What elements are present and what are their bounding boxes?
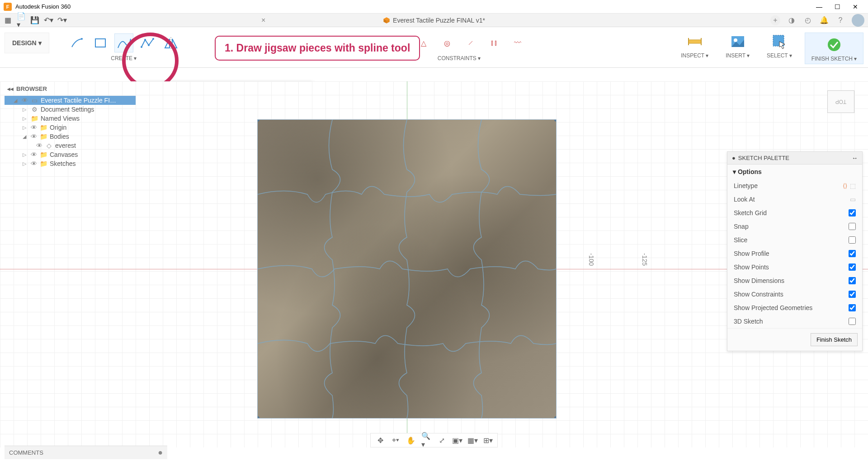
- maximize-button[interactable]: ☐: [828, 0, 846, 14]
- palette-projected: Show Projected Geometries: [727, 301, 862, 315]
- view-cube[interactable]: TOP: [827, 90, 854, 113]
- cube-icon: [383, 17, 390, 24]
- comments-collapse-icon[interactable]: ●: [158, 448, 163, 457]
- save-icon[interactable]: 💾: [31, 16, 39, 24]
- tree-canvases[interactable]: ▷👁📁Canvases: [5, 150, 136, 159]
- svg-rect-4: [95, 39, 105, 47]
- display-icon[interactable]: ▣▾: [452, 435, 462, 445]
- inspect-icon: [686, 33, 704, 51]
- constraint-circle-icon[interactable]: ◎: [438, 33, 457, 52]
- user-avatar[interactable]: [852, 14, 864, 27]
- annotation-circle-1: [122, 33, 179, 89]
- palette-grid: Sketch Grid: [727, 206, 862, 220]
- comments-bar[interactable]: COMMENTS●: [5, 446, 167, 459]
- svg-point-20: [554, 416, 556, 418]
- lookat-icon[interactable]: ▭: [850, 196, 856, 203]
- projected-checkbox[interactable]: [849, 304, 856, 311]
- tree-sketches[interactable]: ▷👁📁Sketches: [5, 159, 136, 168]
- tree-document-settings[interactable]: ▷⚙Document Settings: [5, 105, 136, 114]
- tree-body-everest[interactable]: 👁◇everest: [5, 141, 136, 150]
- constraint-curvature-icon[interactable]: 〰: [508, 33, 527, 52]
- palette-header[interactable]: ●SKETCH PALETTE↔: [727, 152, 862, 165]
- tree-root[interactable]: ◢👁▭Everest Tactile Puzzle FI…: [5, 96, 136, 105]
- browser-panel: ◂◂ BROWSER ◢👁▭Everest Tactile Puzzle FI……: [5, 84, 136, 170]
- browser-header[interactable]: ◂◂ BROWSER: [5, 84, 136, 94]
- fit-icon[interactable]: ⤢: [437, 435, 447, 445]
- line-tool[interactable]: [67, 33, 86, 52]
- insert-icon: [729, 33, 747, 51]
- points-checkbox[interactable]: [849, 263, 856, 271]
- inspect-group[interactable]: INSPECT▾: [676, 33, 713, 64]
- svg-point-13: [734, 38, 737, 42]
- svg-point-17: [258, 120, 259, 122]
- grid-icon[interactable]: ▦▾: [467, 435, 477, 445]
- constraints-checkbox[interactable]: [849, 291, 856, 298]
- svg-point-18: [554, 120, 556, 122]
- tab-close-icon[interactable]: ×: [261, 16, 265, 24]
- chevron-left-icon[interactable]: ◂◂: [7, 85, 14, 92]
- tree-named-views[interactable]: ▷📁Named Views: [5, 114, 136, 123]
- puzzle-splines: [258, 120, 556, 418]
- dims-checkbox[interactable]: [849, 277, 856, 284]
- document-tab[interactable]: Everest Tactile Puzzle FINAL v1*: [383, 17, 485, 24]
- constraint-symmetry-icon[interactable]: ⫿⫿: [485, 33, 504, 52]
- sketch-palette: ●SKETCH PALETTE↔ ▾ Options Linetype⟨⟩⬚ L…: [727, 151, 863, 351]
- tree-origin[interactable]: ▷👁📁Origin: [5, 123, 136, 132]
- app-icon: F: [4, 3, 12, 11]
- model-body[interactable]: [258, 120, 556, 418]
- help-icon[interactable]: ?: [835, 15, 845, 25]
- navigation-bar: ✥ ⌖▾ ✋ 🔍▾ ⤢ ▣▾ ▦▾ ⊞▾: [370, 433, 498, 447]
- file-menu-icon[interactable]: 📄▾: [17, 16, 25, 24]
- notifications-icon[interactable]: 🔔: [819, 15, 829, 25]
- insert-group[interactable]: INSERT▾: [721, 33, 754, 64]
- look-icon[interactable]: ⌖▾: [391, 435, 401, 445]
- svg-rect-9: [689, 40, 701, 43]
- linetype-icon-2[interactable]: ⬚: [850, 182, 856, 189]
- job-status-icon[interactable]: ◴: [803, 15, 813, 25]
- select-group[interactable]: SELECT▾: [762, 33, 797, 64]
- linetype-icon-1[interactable]: ⟨⟩: [843, 182, 847, 189]
- palette-snap: Snap: [727, 220, 862, 233]
- new-tab-button[interactable]: +: [770, 15, 780, 25]
- svg-point-3: [81, 38, 83, 40]
- constraint-tangent-icon[interactable]: ⟋: [461, 33, 480, 52]
- apps-icon[interactable]: ▦: [4, 16, 12, 24]
- snap-checkbox[interactable]: [849, 223, 856, 230]
- palette-lookat[interactable]: Look At▭: [727, 193, 862, 206]
- dimension-2: -125: [641, 253, 648, 266]
- close-button[interactable]: ✕: [846, 0, 864, 14]
- finish-sketch-icon: [825, 36, 843, 54]
- zoom-icon[interactable]: 🔍▾: [421, 435, 431, 445]
- profile-checkbox[interactable]: [849, 250, 856, 257]
- sketch3d-checkbox[interactable]: [849, 318, 856, 325]
- palette-profile: Show Profile: [727, 247, 862, 260]
- palette-slice: Slice: [727, 233, 862, 247]
- undo-icon[interactable]: ↶▾: [44, 16, 52, 24]
- palette-linetype[interactable]: Linetype⟨⟩⬚: [727, 179, 862, 193]
- title-bar: F Autodesk Fusion 360 — ☐ ✕: [0, 0, 868, 14]
- rectangle-tool[interactable]: [91, 33, 110, 52]
- palette-3dsketch: 3D Sketch: [727, 315, 862, 328]
- workspace-dropdown[interactable]: DESIGN▾: [5, 33, 49, 53]
- grid-checkbox[interactable]: [849, 209, 856, 216]
- palette-dims: Show Dimensions: [727, 274, 862, 287]
- workspace-label: DESIGN: [12, 39, 37, 47]
- finish-sketch-group[interactable]: FINISH SKETCH▾: [805, 33, 863, 64]
- minimize-button[interactable]: —: [810, 0, 828, 14]
- orbit-icon[interactable]: ✥: [375, 435, 385, 445]
- palette-constraints: Show Constraints: [727, 287, 862, 301]
- annotation-callout-1: 1. Draw jigsaw pieces with spline tool: [215, 36, 420, 61]
- palette-points: Show Points: [727, 260, 862, 274]
- constraints-group-label[interactable]: CONSTRAINTS▾: [438, 55, 481, 61]
- svg-point-15: [828, 38, 840, 51]
- pan-icon[interactable]: ✋: [406, 435, 416, 445]
- extensions-icon[interactable]: ◑: [787, 15, 797, 25]
- app-title: Autodesk Fusion 360: [15, 3, 71, 10]
- finish-sketch-button[interactable]: Finish Sketch: [811, 333, 858, 346]
- redo-icon[interactable]: ↷▾: [58, 16, 66, 24]
- slice-checkbox[interactable]: [849, 236, 856, 244]
- select-icon: [770, 33, 788, 51]
- tree-bodies[interactable]: ◢👁📁Bodies: [5, 132, 136, 141]
- viewport-icon[interactable]: ⊞▾: [483, 435, 493, 445]
- palette-options-label[interactable]: ▾ Options: [727, 165, 862, 179]
